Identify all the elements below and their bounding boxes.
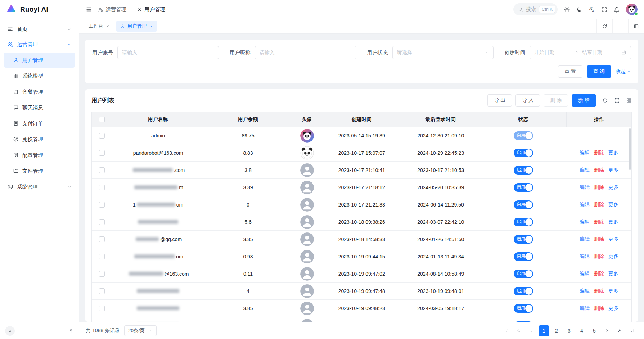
tab-dropdown-button[interactable] bbox=[612, 19, 628, 33]
more-link[interactable]: 更多 bbox=[608, 202, 618, 208]
sidebar-item-operations[interactable]: 运营管理 bbox=[4, 37, 75, 52]
status-toggle[interactable]: 启用 bbox=[514, 321, 533, 322]
content-fullscreen-button[interactable] bbox=[628, 19, 644, 33]
status-toggle[interactable]: 启用 bbox=[514, 235, 533, 244]
tab-workbench[interactable]: 工作台 bbox=[84, 21, 114, 32]
next-page-button[interactable] bbox=[602, 325, 612, 336]
tab-user-management[interactable]: 用户管理 bbox=[116, 21, 157, 32]
status-toggle[interactable]: 启用 bbox=[514, 166, 533, 175]
sidebar-subitem[interactable]: 兑换管理 bbox=[4, 132, 75, 147]
dark-mode-icon[interactable] bbox=[576, 6, 582, 13]
more-link[interactable]: 更多 bbox=[608, 219, 618, 225]
edit-link[interactable]: 编辑 bbox=[580, 305, 590, 312]
status-toggle[interactable]: 启用 bbox=[514, 218, 533, 226]
delete-link[interactable]: 删除 bbox=[594, 288, 604, 294]
edit-link[interactable]: 编辑 bbox=[580, 202, 590, 208]
row-checkbox[interactable] bbox=[99, 167, 105, 173]
sidebar-item-home[interactable]: 首页 bbox=[4, 22, 75, 37]
table-scrollbar[interactable] bbox=[628, 127, 631, 322]
row-checkbox[interactable] bbox=[99, 202, 105, 208]
breadcrumb-item-operations[interactable]: 运营管理 bbox=[98, 6, 126, 13]
date-range-picker[interactable]: 开始日期 结束日期 bbox=[530, 46, 631, 59]
edit-link[interactable]: 编辑 bbox=[580, 219, 590, 225]
more-link[interactable]: 更多 bbox=[608, 167, 618, 173]
sidebar-subitem[interactable]: 文件管理 bbox=[4, 163, 75, 178]
status-toggle[interactable]: 启用 bbox=[514, 252, 533, 261]
delete-link[interactable]: 删除 bbox=[594, 219, 604, 225]
edit-link[interactable]: 编辑 bbox=[580, 236, 590, 243]
status-toggle[interactable]: 启用 bbox=[514, 200, 533, 209]
page-size-select[interactable]: 20条/页 bbox=[124, 325, 157, 336]
account-input[interactable] bbox=[117, 46, 219, 59]
refresh-table-icon[interactable] bbox=[602, 98, 608, 103]
row-checkbox[interactable] bbox=[99, 185, 105, 190]
import-button[interactable]: 导 入 bbox=[515, 94, 540, 107]
reset-button[interactable]: 重 置 bbox=[558, 65, 582, 78]
last-page-button[interactable] bbox=[627, 325, 638, 336]
scrollbar-thumb[interactable] bbox=[629, 128, 631, 170]
nickname-input[interactable] bbox=[255, 46, 356, 59]
close-icon[interactable] bbox=[106, 24, 109, 28]
sidebar-subitem[interactable]: 系统模型 bbox=[4, 68, 75, 83]
edit-link[interactable]: 编辑 bbox=[580, 288, 590, 294]
row-checkbox[interactable] bbox=[99, 271, 105, 277]
fullscreen-icon[interactable] bbox=[601, 6, 607, 13]
page-3-button[interactable]: 3 bbox=[564, 325, 575, 336]
status-toggle[interactable]: 启用 bbox=[514, 149, 533, 157]
edit-link[interactable]: 编辑 bbox=[580, 184, 590, 191]
edit-link[interactable]: 编辑 bbox=[580, 150, 590, 156]
sidebar-collapse-button[interactable] bbox=[5, 326, 15, 336]
delete-link[interactable]: 删除 bbox=[594, 150, 604, 156]
delete-link[interactable]: 删除 bbox=[594, 305, 604, 312]
status-toggle[interactable]: 启用 bbox=[514, 270, 533, 278]
status-toggle[interactable]: 启用 bbox=[514, 304, 533, 313]
row-checkbox[interactable] bbox=[99, 236, 105, 242]
more-link[interactable]: 更多 bbox=[608, 271, 618, 277]
search-button[interactable]: 查 询 bbox=[587, 65, 611, 78]
more-link[interactable]: 更多 bbox=[608, 253, 618, 260]
row-checkbox[interactable] bbox=[99, 150, 105, 156]
translate-icon[interactable]: 文A bbox=[589, 6, 595, 13]
sidebar-subitem[interactable]: 支付订单 bbox=[4, 116, 75, 131]
delete-link[interactable]: 删除 bbox=[594, 184, 604, 191]
column-settings-icon[interactable] bbox=[626, 98, 632, 103]
prev-5-pages-button[interactable] bbox=[513, 325, 524, 336]
refresh-page-button[interactable] bbox=[596, 19, 612, 33]
settings-icon[interactable] bbox=[564, 6, 570, 13]
page-2-button[interactable]: 2 bbox=[551, 325, 562, 336]
status-toggle[interactable]: 启用 bbox=[514, 131, 533, 140]
add-button[interactable]: 新 增 bbox=[572, 94, 596, 107]
row-checkbox[interactable] bbox=[99, 306, 105, 311]
delete-button[interactable]: 删 除 bbox=[544, 94, 568, 107]
more-link[interactable]: 更多 bbox=[608, 288, 618, 294]
delete-link[interactable]: 删除 bbox=[594, 167, 604, 173]
page-5-button[interactable]: 5 bbox=[589, 325, 600, 336]
delete-link[interactable]: 删除 bbox=[594, 202, 604, 208]
edit-link[interactable]: 编辑 bbox=[580, 167, 590, 173]
edit-link[interactable]: 编辑 bbox=[580, 253, 590, 260]
row-checkbox[interactable] bbox=[99, 133, 105, 139]
sidebar-subitem[interactable]: 聊天消息 bbox=[4, 100, 75, 115]
page-1-button[interactable]: 1 bbox=[539, 325, 549, 336]
menu-toggle-icon[interactable] bbox=[86, 6, 92, 13]
select-all-checkbox[interactable] bbox=[99, 117, 105, 122]
export-button[interactable]: 导 出 bbox=[487, 94, 512, 107]
more-link[interactable]: 更多 bbox=[608, 305, 618, 312]
more-link[interactable]: 更多 bbox=[608, 184, 618, 191]
sidebar-subitem[interactable]: 用户管理 bbox=[4, 53, 75, 68]
first-page-button[interactable] bbox=[501, 325, 512, 336]
global-search[interactable]: 搜索 Ctrl K bbox=[513, 3, 558, 15]
close-icon[interactable] bbox=[149, 24, 153, 28]
sidebar-subitem[interactable]: 套餐管理 bbox=[4, 84, 75, 99]
breadcrumb-item-users[interactable]: 用户管理 bbox=[137, 6, 165, 13]
user-avatar[interactable] bbox=[626, 4, 638, 15]
page-4-button[interactable]: 4 bbox=[576, 325, 587, 336]
collapse-filter-link[interactable]: 收起 bbox=[616, 68, 631, 75]
delete-link[interactable]: 删除 bbox=[594, 253, 604, 260]
row-checkbox[interactable] bbox=[99, 254, 105, 259]
prev-page-button[interactable] bbox=[526, 325, 537, 336]
delete-link[interactable]: 删除 bbox=[594, 271, 604, 277]
sidebar-item-system[interactable]: 系统管理 bbox=[4, 179, 75, 194]
edit-link[interactable]: 编辑 bbox=[580, 271, 590, 277]
status-toggle[interactable]: 启用 bbox=[514, 183, 533, 192]
